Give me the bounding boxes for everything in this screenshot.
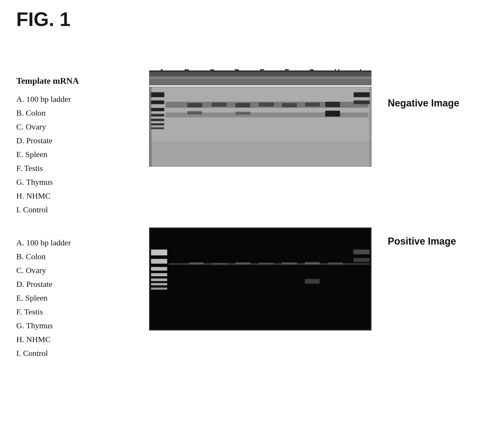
svg-rect-11: [151, 119, 164, 121]
svg-rect-2: [149, 76, 371, 79]
list-item: D. Prostate: [16, 277, 71, 291]
svg-rect-19: [235, 103, 250, 108]
svg-rect-7: [151, 92, 164, 97]
template-mrna-label: Template mRNA: [16, 76, 79, 86]
gel-negative-image: [149, 87, 371, 167]
svg-rect-13: [151, 127, 164, 129]
list-item: E. Spleen: [16, 147, 71, 161]
svg-rect-10: [151, 114, 164, 116]
legend-list-2: A. 100 bp ladder B. Colon C. Ovary D. Pr…: [16, 236, 71, 360]
list-item: G. Thymus: [16, 319, 71, 332]
svg-rect-4: [149, 71, 371, 72]
gel-positive-image: [149, 228, 371, 330]
gel-top-strip: [149, 70, 371, 85]
svg-rect-55: [370, 228, 371, 330]
svg-rect-12: [151, 123, 164, 125]
svg-rect-21: [259, 103, 274, 107]
svg-rect-52: [150, 228, 371, 229]
list-item: H. NHMC: [16, 332, 71, 346]
svg-rect-31: [369, 87, 371, 166]
list-item: F. Testis: [16, 161, 71, 175]
svg-rect-29: [149, 141, 371, 166]
list-item: D. Prostate: [16, 134, 71, 147]
list-item: I. Control: [16, 203, 71, 216]
svg-rect-17: [187, 111, 202, 114]
list-item: B. Colon: [16, 106, 71, 120]
list-item: C. Ovary: [16, 120, 71, 134]
negative-image-label: Negative Image: [388, 98, 459, 109]
list-item: B. Colon: [16, 249, 71, 263]
svg-rect-30: [149, 87, 152, 166]
list-item: C. Ovary: [16, 263, 71, 277]
list-item: G. Thymus: [16, 175, 71, 189]
list-item: A. 100 bp ladder: [16, 236, 71, 249]
svg-rect-8: [151, 100, 164, 104]
svg-rect-27: [354, 100, 370, 104]
svg-rect-3: [149, 79, 371, 85]
page-title: FIG. 1: [16, 8, 70, 30]
svg-rect-24: [325, 102, 340, 107]
svg-rect-53: [150, 329, 371, 330]
svg-rect-22: [282, 103, 297, 108]
svg-rect-54: [150, 228, 150, 330]
svg-rect-16: [187, 103, 202, 108]
list-item: E. Spleen: [16, 291, 71, 305]
list-item: I. Control: [16, 346, 71, 360]
legend-list-1: A. 100 bp ladder B. Colon C. Ovary D. Pr…: [16, 92, 71, 216]
list-item: A. 100 bp ladder: [16, 92, 71, 106]
positive-image-label: Positive Image: [388, 236, 456, 247]
svg-rect-23: [305, 103, 320, 107]
svg-rect-18: [211, 103, 226, 107]
svg-rect-20: [235, 112, 250, 115]
svg-rect-25: [325, 111, 340, 116]
svg-rect-51: [150, 228, 371, 330]
list-item: H. NHMC: [16, 189, 71, 203]
list-item: F. Testis: [16, 305, 71, 319]
svg-rect-9: [151, 108, 164, 111]
svg-rect-26: [354, 92, 370, 97]
